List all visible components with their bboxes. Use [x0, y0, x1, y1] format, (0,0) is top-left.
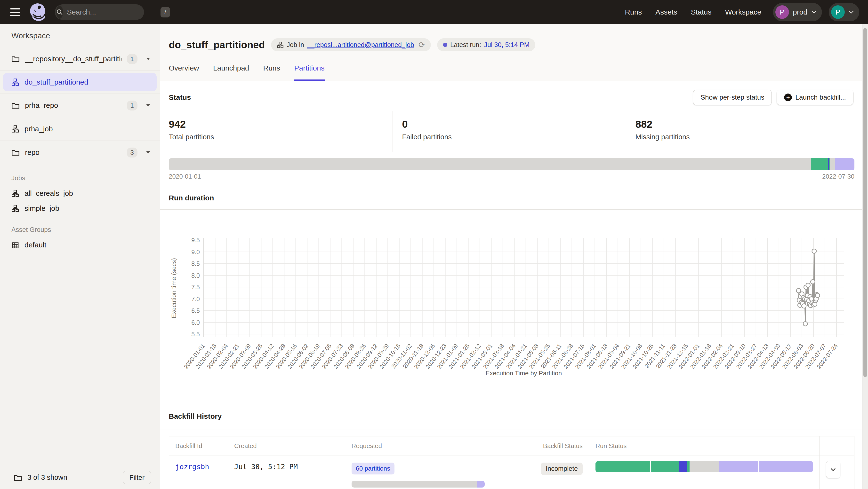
repo-count-badge: 3 — [127, 148, 137, 158]
job-label: all_cereals_job — [25, 189, 73, 197]
scrollbar-thumb[interactable] — [863, 28, 867, 377]
job-icon — [11, 125, 19, 133]
sidebar-job-item[interactable]: prha_job — [0, 117, 160, 141]
repo-label: __repository__do_stuff_partitio... — [25, 55, 121, 63]
nav-assets[interactable]: Assets — [655, 8, 677, 16]
repo-count-badge: 1 — [127, 54, 137, 64]
page-title: do_stuff_partitioned — [169, 39, 265, 51]
show-per-step-status-button[interactable]: Show per-step status — [693, 90, 772, 105]
asset-group-icon — [11, 241, 19, 249]
sidebar-title: Workspace — [0, 24, 160, 47]
deployment-avatar: P — [775, 5, 789, 19]
latest-run-label: Latest run: — [450, 41, 481, 49]
asset-groups-section-label: Asset Groups — [0, 216, 160, 237]
requested-progress-bar — [351, 481, 485, 488]
sidebar-item-all-cereals-job[interactable]: all_cereals_job — [0, 186, 160, 201]
caret-down-icon[interactable] — [146, 58, 150, 60]
caret-down-icon[interactable] — [146, 151, 150, 154]
asset-group-label: default — [25, 241, 46, 249]
col-requested: Requested — [345, 436, 491, 456]
sidebar-repo-item[interactable]: __repository__do_stuff_partitio... 1 — [0, 47, 160, 71]
run-duration-chart: 5.56.06.57.07.58.08.59.09.52020-01-01202… — [160, 209, 862, 399]
job-icon — [11, 204, 19, 212]
repo-count-badge: 1 — [127, 101, 137, 110]
search-shortcut-badge: / — [160, 7, 170, 18]
svg-text:6.5: 6.5 — [191, 307, 200, 314]
chevron-down-icon — [848, 10, 854, 14]
svg-text:9.5: 9.5 — [191, 237, 200, 243]
run-status-bar[interactable] — [595, 461, 813, 472]
filter-button[interactable]: Filter — [123, 471, 151, 484]
svg-text:8.0: 8.0 — [191, 272, 200, 279]
backfill-table: Backfill Id Created Requested Backfill S… — [169, 436, 855, 489]
stat-value: 942 — [169, 119, 393, 130]
refresh-icon[interactable]: ⟳ — [418, 40, 425, 50]
repo-label: repo — [25, 148, 121, 157]
partition-status-bar-block: 2020-01-01 2022-07-30 — [160, 152, 868, 180]
job-origin-link[interactable]: __reposi...artitioned@partitioned_job — [307, 41, 414, 49]
svg-text:5.5: 5.5 — [191, 331, 200, 337]
dagster-logo-icon[interactable] — [28, 2, 48, 22]
user-avatar: P — [831, 5, 845, 19]
repo-label: prha_repo — [25, 101, 121, 109]
stat-label: Failed partitions — [402, 133, 626, 141]
job-icon — [11, 190, 19, 197]
svg-text:Execution time (secs): Execution time (secs) — [170, 258, 178, 318]
requested-partitions-tag: 60 partitions — [351, 463, 395, 475]
top-navigation: Runs Assets Status Workspace — [625, 8, 761, 16]
stat-missing-partitions: 882 Missing partitions — [626, 111, 859, 152]
job-label: do_stuff_partitioned — [25, 78, 88, 86]
sidebar-selected-wrap: do_stuff_partitioned — [0, 71, 160, 94]
backfill-status-badge: Incomplete — [541, 463, 583, 475]
nav-status[interactable]: Status — [691, 8, 711, 16]
run-duration-section-header: Run duration — [160, 180, 868, 209]
hamburger-menu-icon[interactable] — [10, 7, 21, 17]
sidebar-item-default-asset-group[interactable]: default — [0, 237, 160, 253]
backfill-heading: Backfill History — [169, 412, 859, 420]
deployment-switcher[interactable]: P prod — [773, 3, 822, 21]
chevron-down-icon — [830, 468, 836, 471]
latest-run-link[interactable]: Jul 30, 5:14 PM — [484, 41, 530, 49]
caret-down-icon[interactable] — [146, 104, 150, 107]
backfill-section-header: Backfill History — [160, 399, 868, 429]
nav-workspace[interactable]: Workspace — [725, 8, 761, 16]
backfill-table-wrap: Backfill Id Created Requested Backfill S… — [160, 429, 868, 489]
sidebar-item-simple-job[interactable]: simple_job — [0, 201, 160, 216]
latest-run-tag: Latest run: Jul 30, 5:14 PM — [437, 38, 535, 52]
col-run-status: Run Status — [589, 436, 819, 456]
job-icon — [277, 41, 284, 48]
svg-text:9.0: 9.0 — [191, 249, 200, 255]
sidebar-repo-item[interactable]: prha_repo 1 — [0, 94, 160, 117]
run-duration-heading: Run duration — [169, 194, 859, 202]
user-menu[interactable]: P — [829, 3, 859, 21]
status-heading: Status — [169, 93, 191, 101]
table-header-row: Backfill Id Created Requested Backfill S… — [169, 436, 855, 456]
status-section-header: Status Show per-step status + Launch bac… — [160, 81, 868, 111]
col-backfill-status: Backfill Status — [491, 436, 589, 456]
topbar: / Runs Assets Status Workspace P prod P — [0, 0, 868, 24]
tab-launchpad[interactable]: Launchpad — [213, 64, 249, 81]
global-search[interactable]: / — [55, 4, 144, 20]
launch-backfill-button[interactable]: + Launch backfill... — [777, 90, 854, 105]
backfill-id-link[interactable]: jozrgsbh — [175, 463, 209, 471]
sidebar-item-do-stuff-partitioned[interactable]: do_stuff_partitioned — [3, 73, 157, 91]
deployment-label: prod — [793, 8, 807, 16]
tab-partitions[interactable]: Partitions — [294, 64, 324, 81]
nav-runs[interactable]: Runs — [625, 8, 642, 16]
job-origin-prefix: Job in — [287, 41, 304, 49]
partition-status-bar[interactable] — [169, 158, 855, 170]
partition-stats: 942 Total partitions 0 Failed partitions… — [160, 111, 868, 152]
job-label: simple_job — [25, 204, 59, 213]
svg-text:7.0: 7.0 — [191, 296, 200, 302]
search-input[interactable] — [63, 8, 160, 16]
sidebar-repo-item[interactable]: repo 3 — [0, 141, 160, 164]
workspace-sidebar: Workspace __repository__do_stuff_partiti… — [0, 24, 160, 489]
backfill-created: Jul 30, 5:12 PM — [234, 463, 298, 471]
main-content: do_stuff_partitioned Job in __reposi...a… — [160, 24, 868, 489]
tab-runs[interactable]: Runs — [263, 64, 280, 81]
table-row: jozrgsbh Jul 30, 5:12 PM 60 partitions 2… — [169, 456, 855, 489]
page-scrollbar[interactable] — [862, 24, 868, 489]
tab-overview[interactable]: Overview — [169, 64, 199, 81]
expand-row-button[interactable] — [826, 461, 840, 478]
stat-label: Total partitions — [169, 133, 393, 141]
